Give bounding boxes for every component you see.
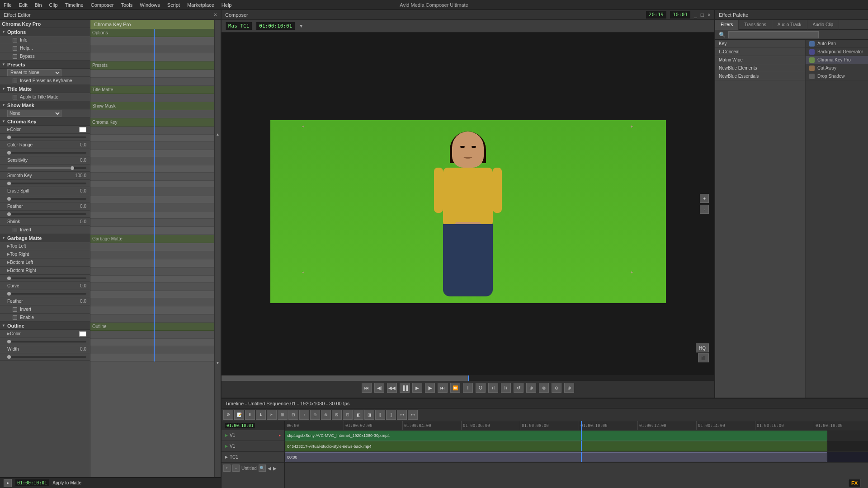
tl-btn-10[interactable]: ⊗ xyxy=(321,410,331,420)
ep-item-newblue-elements[interactable]: NewBlue Elements xyxy=(715,64,805,72)
tl-btn-11[interactable]: ⊠ xyxy=(332,410,342,420)
gm-feather-slider[interactable] xyxy=(0,290,90,297)
apply-to-title-matte-checkbox[interactable] xyxy=(13,95,17,99)
mark-in-btn[interactable]: I xyxy=(463,383,473,393)
fast-fwd-btn[interactable]: ⏩ xyxy=(450,383,460,393)
tl-btn-6[interactable]: ⊞ xyxy=(278,410,288,420)
step-back-btn[interactable]: ◀| xyxy=(374,383,384,393)
zoom-in-btn[interactable]: + xyxy=(700,194,709,203)
ep-item-key[interactable]: Key xyxy=(715,40,805,48)
ck-invert-checkbox[interactable] xyxy=(13,228,17,232)
nav-next[interactable]: ▶ xyxy=(273,466,277,471)
menu-item-tools[interactable]: Tools xyxy=(121,2,132,8)
tl-btn-14[interactable]: ◨ xyxy=(364,410,374,420)
tl-btn-7[interactable]: ⊟ xyxy=(288,410,298,420)
window-min[interactable]: _ xyxy=(694,12,697,18)
menu-item-windows[interactable]: Windows xyxy=(140,2,160,8)
tl-btn-9[interactable]: ⊕ xyxy=(310,410,320,420)
go-to-end-btn[interactable]: ⏭ xyxy=(438,383,448,393)
insert-preset-checkbox[interactable] xyxy=(13,79,17,83)
goto-in-btn[interactable]: ⟨I xyxy=(488,383,498,393)
track-v1-content[interactable]: ckp4agstxSony AVC-MVC_Internet_1920x1080… xyxy=(285,430,868,441)
tl-btn-16[interactable]: ⟧ xyxy=(386,410,396,420)
play-back-btn[interactable]: ◀◀ xyxy=(387,383,397,393)
tl-btn-5[interactable]: ✂ xyxy=(267,410,277,420)
ep-effect-auto-pan[interactable]: Auto Pan xyxy=(806,40,868,48)
chroma-key-pro-header[interactable]: Chroma Key Pro xyxy=(0,20,90,28)
play-fwd-btn[interactable]: ▶ xyxy=(412,383,422,393)
window-max[interactable]: □ xyxy=(701,12,704,18)
ck-smooth-key-slider[interactable] xyxy=(0,164,90,172)
track-remove-btn[interactable]: - xyxy=(232,465,240,472)
menu-item-help[interactable]: Help xyxy=(222,2,232,8)
step-fwd-btn[interactable]: |▶ xyxy=(425,383,435,393)
ep-item-lconceal[interactable]: L-Conceal xyxy=(715,48,805,56)
garbage-matte-section[interactable]: ▼ Garbage Matte xyxy=(0,234,90,242)
ep-effect-cut-away[interactable]: Cut Away xyxy=(806,64,868,72)
gm-curve-slider[interactable] xyxy=(0,275,90,282)
window-close[interactable]: × xyxy=(708,12,711,18)
track-v1b-content[interactable]: 045423217-virtual-studio-style-news-back… xyxy=(285,441,868,452)
menu-item-composer[interactable]: Composer xyxy=(91,2,114,8)
tl-btn-15[interactable]: ⟦ xyxy=(375,410,385,420)
zoom-out-btn[interactable]: - xyxy=(700,205,709,214)
menu-item-clip[interactable]: Clip xyxy=(49,2,58,8)
menu-item-timeline[interactable]: Timeline xyxy=(65,2,84,8)
ep-item-newblue-essentials[interactable]: NewBlue Essentials xyxy=(715,72,805,80)
ep-effect-bg-gen[interactable]: Background Generator xyxy=(806,48,868,56)
menu-item-marketplace[interactable]: Marketplace xyxy=(187,2,214,8)
ck-sensitivity-slider[interactable] xyxy=(0,149,90,156)
ck-shrink-slider[interactable] xyxy=(0,211,90,218)
tl-btn-1[interactable]: ⚙ xyxy=(223,410,233,420)
track-search-btn[interactable]: 🔍 xyxy=(259,465,266,472)
menu-item-bin[interactable]: Bin xyxy=(35,2,42,8)
zoom-in-tl-btn[interactable]: ⊕ xyxy=(564,383,574,393)
ep-tab-filters[interactable]: Filters xyxy=(715,20,739,30)
ep-tab-audio-track[interactable]: Audio Track xyxy=(772,20,807,30)
clip-v1b[interactable]: 045423217-virtual-studio-style-news-back… xyxy=(285,441,827,451)
zoom-out-tl-btn[interactable]: ⊖ xyxy=(552,383,561,393)
preset-select[interactable]: Reset to None xyxy=(7,69,61,76)
menu-item-script[interactable]: Script xyxy=(167,2,180,8)
ep-search-input[interactable] xyxy=(728,31,819,38)
ep-tab-transitions[interactable]: Transitions xyxy=(739,20,772,30)
nav-prev[interactable]: ◀ xyxy=(268,466,271,471)
presets-section[interactable]: ▼ Presets xyxy=(0,61,90,69)
help-checkbox[interactable] xyxy=(13,46,17,51)
ep-tab-audio-clip[interactable]: Audio Clip xyxy=(807,20,840,30)
format-btn[interactable]: ⬛ xyxy=(698,353,709,362)
outline-softness-slider[interactable] xyxy=(0,353,90,361)
effect-editor-close[interactable]: × xyxy=(214,12,217,18)
tl-btn-8[interactable]: ↕ xyxy=(299,410,309,420)
clip-v1[interactable]: ckp4agstxSony AVC-MVC_Internet_1920x1080… xyxy=(285,431,827,441)
tl-btn-2[interactable]: 📝 xyxy=(234,410,244,420)
tl-btn-3[interactable]: ⬆ xyxy=(245,410,255,420)
gm-invert-checkbox[interactable] xyxy=(13,307,17,312)
tl-btn-18[interactable]: ⊷ xyxy=(408,410,418,420)
goto-out-btn[interactable]: I⟩ xyxy=(501,383,511,393)
outline-width-slider[interactable] xyxy=(0,338,90,345)
tl-btn-17[interactable]: ⊶ xyxy=(397,410,407,420)
track-add-btn[interactable]: + xyxy=(223,465,231,472)
tl-btn-4[interactable]: ⬇ xyxy=(256,410,266,420)
overwrite-btn[interactable]: ⊗ xyxy=(539,383,549,393)
show-mask-select[interactable]: None xyxy=(7,110,61,117)
tl-btn-13[interactable]: ◧ xyxy=(354,410,363,420)
ep-effect-chroma-key-pro[interactable]: Chroma Key Pro xyxy=(806,56,868,64)
title-matte-section[interactable]: ▼ Title Matte xyxy=(0,85,90,93)
outline-color-swatch[interactable] xyxy=(79,331,86,337)
outline-section[interactable]: ▼ Outline xyxy=(0,322,90,330)
ck-erase-spill-slider[interactable] xyxy=(0,180,90,187)
tl-btn-12[interactable]: ⊡ xyxy=(343,410,353,420)
mark-out-btn[interactable]: O xyxy=(476,383,486,393)
show-mask-section[interactable]: ▼ Show Mask xyxy=(0,101,90,109)
chroma-key-section[interactable]: ▼ Chroma Key xyxy=(0,117,90,126)
v1-record[interactable]: ● xyxy=(278,433,281,437)
loop-btn[interactable]: ↺ xyxy=(514,383,524,393)
scroll-down[interactable]: ▼ xyxy=(215,249,221,477)
track-tc1-content[interactable]: 00:00 xyxy=(285,452,868,463)
ep-item-matrixwipe[interactable]: Matrix Wipe xyxy=(715,56,805,64)
bypass-checkbox[interactable] xyxy=(13,54,17,59)
ck-color-range-slider[interactable] xyxy=(0,134,90,141)
record-btn[interactable]: ● xyxy=(4,479,12,487)
